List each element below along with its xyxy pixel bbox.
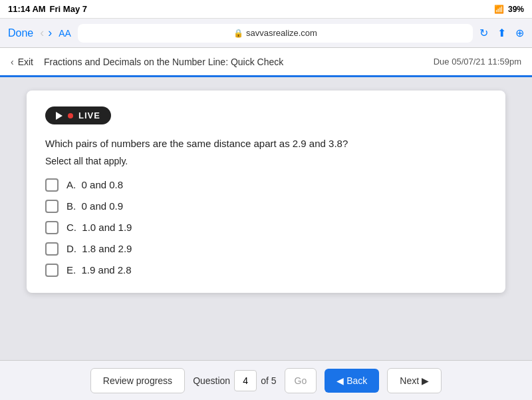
option-a-text: 0 and 0.8 [82, 179, 124, 190]
question-label: Question [193, 375, 230, 386]
time-display: 11:14 AM [8, 4, 46, 14]
live-badge: LIVE [45, 106, 111, 124]
question-text: Which pairs of numbers are the same dist… [45, 136, 487, 152]
browser-actions: ↻ ⬆ ⊕ [479, 27, 524, 39]
option-c-label: C. 1.0 and 1.9 [66, 222, 132, 233]
nav-bar: ‹ Exit Fractions and Decimals on the Num… [0, 48, 532, 77]
back-nav-icon[interactable]: ‹ [40, 26, 44, 40]
list-item: D. 1.8 and 2.9 [45, 242, 487, 256]
list-item: B. 0 and 0.9 [45, 200, 487, 213]
checkbox-d[interactable] [45, 242, 59, 256]
wifi-icon: 📶 [494, 5, 504, 14]
checkbox-e[interactable] [45, 264, 59, 277]
day-display: Fri May 7 [50, 4, 87, 14]
option-e-label: E. 1.9 and 2.8 [66, 264, 132, 276]
option-c-text: 1.0 and 1.9 [82, 222, 132, 233]
option-b-letter: B. [66, 200, 76, 212]
option-d-text: 1.8 and 2.9 [82, 243, 132, 254]
option-e-text: 1.9 and 2.8 [82, 264, 132, 276]
text-size-button[interactable]: AA [59, 28, 71, 39]
option-b-label: B. 0 and 0.9 [66, 200, 123, 212]
review-progress-button[interactable]: Review progress [90, 368, 185, 393]
exit-button[interactable]: Exit [18, 57, 33, 67]
exit-arrow-icon: ‹ [11, 57, 14, 67]
status-bar: 11:14 AM Fri May 7 📶 39% [0, 0, 532, 19]
checkbox-c[interactable] [45, 221, 59, 234]
list-item: E. 1.9 and 2.8 [45, 264, 487, 277]
question-number-group: Question of 5 [193, 370, 276, 391]
breadcrumb: Fractions and Decimals on the Number Lin… [44, 57, 283, 67]
checkbox-b[interactable] [45, 200, 59, 213]
checkbox-a[interactable] [45, 178, 59, 192]
main-content: LIVE Which pairs of numbers are the same… [0, 77, 532, 360]
question-card: LIVE Which pairs of numbers are the same… [27, 91, 505, 293]
select-all-text: Select all that apply. [45, 156, 487, 166]
url-bar[interactable]: 🔒 savvasrealize.com [78, 24, 473, 43]
live-label: LIVE [78, 110, 100, 120]
question-number-input[interactable] [234, 370, 257, 391]
next-label: Next [400, 375, 419, 386]
next-button[interactable]: Next ▶ [387, 368, 442, 393]
list-item: C. 1.0 and 1.9 [45, 221, 487, 234]
option-b-text: 0 and 0.9 [82, 200, 124, 212]
back-arrow-icon: ◀ [336, 375, 344, 386]
done-button[interactable]: Done [8, 27, 33, 39]
next-arrow-icon: ▶ [422, 375, 429, 386]
option-a-label: A. 0 and 0.8 [66, 179, 123, 190]
forward-nav-icon[interactable]: › [48, 26, 52, 40]
compass-icon[interactable]: ⊕ [515, 27, 524, 39]
lock-icon: 🔒 [233, 29, 243, 38]
option-d-label: D. 1.8 and 2.9 [66, 243, 132, 254]
due-date: Due 05/07/21 11:59pm [434, 57, 521, 67]
browser-nav: ‹ › [40, 26, 52, 40]
option-c-letter: C. [66, 222, 76, 233]
url-text: savvasrealize.com [246, 28, 317, 38]
of-label: of 5 [261, 375, 276, 386]
list-item: A. 0 and 0.8 [45, 178, 487, 192]
footer: Review progress Question of 5 Go ◀ Back … [0, 360, 532, 400]
live-dot [68, 113, 73, 118]
reload-icon[interactable]: ↻ [479, 27, 488, 39]
nav-left: ‹ Exit Fractions and Decimals on the Num… [11, 57, 283, 67]
go-button[interactable]: Go [285, 368, 317, 393]
back-button[interactable]: ◀ Back [325, 369, 379, 393]
option-a-letter: A. [66, 179, 76, 190]
battery-display: 39% [508, 5, 524, 14]
play-icon [56, 112, 63, 120]
option-e-letter: E. [66, 264, 76, 276]
back-label: Back [346, 375, 367, 386]
options-list: A. 0 and 0.8 B. 0 and 0.9 C. 1.0 and 1.9 [45, 178, 487, 277]
share-icon[interactable]: ⬆ [497, 27, 506, 39]
browser-bar: Done ‹ › AA 🔒 savvasrealize.com ↻ ⬆ ⊕ [0, 19, 532, 48]
option-d-letter: D. [66, 243, 76, 254]
